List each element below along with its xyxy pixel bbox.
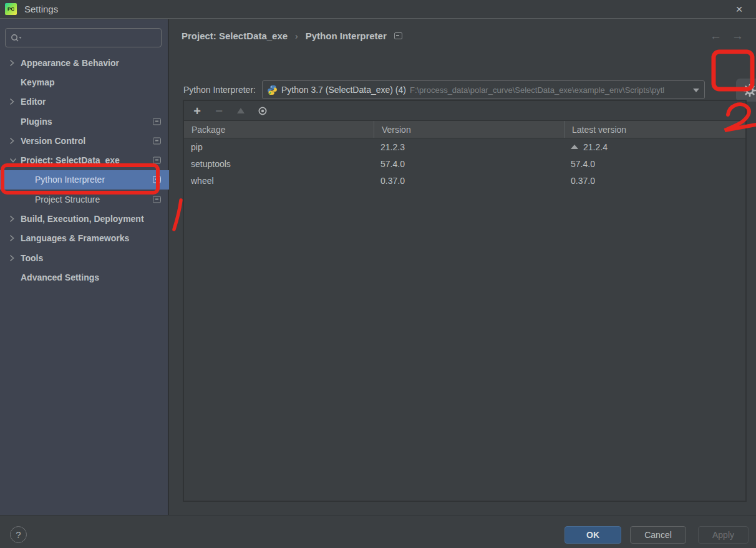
sidebar-item-python-interpreter[interactable]: Python Interpreter <box>0 170 169 190</box>
settings-tree: Appearance & Behavior Keymap Editor Plug… <box>0 53 169 287</box>
sidebar-item-version-control[interactable]: Version Control <box>0 131 169 150</box>
uninstall-package-button[interactable]: − <box>212 104 226 118</box>
search-icon <box>11 34 22 42</box>
breadcrumb: Project: SelectData_exe › Python Interpr… <box>182 31 402 41</box>
close-icon[interactable]: × <box>731 2 747 17</box>
settings-page-icon <box>153 157 161 164</box>
history-nav: ← → <box>710 29 744 43</box>
eye-icon <box>257 107 268 115</box>
python-logo-icon <box>267 85 278 95</box>
show-early-releases-button[interactable] <box>256 104 269 118</box>
interpreter-row: Python Interpreter: Python 3.7 (SelectDa… <box>183 80 705 99</box>
upgrade-package-button[interactable] <box>234 104 248 118</box>
settings-dialog: PC Settings × Appearance & Behavior Keym… <box>0 0 756 548</box>
combo-dropdown-icon[interactable] <box>693 89 699 92</box>
settings-content: Project: SelectData_exe › Python Interpr… <box>170 19 756 515</box>
sidebar-item-advanced-settings[interactable]: Advanced Settings <box>0 267 169 287</box>
title-bar: PC Settings × <box>0 0 756 19</box>
apply-button[interactable]: Apply <box>698 526 749 544</box>
interpreter-path: F:\process_data\polar_curve\SelectData_e… <box>410 85 664 95</box>
help-button[interactable]: ? <box>10 526 27 543</box>
breadcrumb-separator: › <box>295 31 298 41</box>
chevron-right-icon <box>9 98 14 105</box>
chevron-right-icon <box>9 234 14 242</box>
search-input[interactable] <box>22 33 147 42</box>
dialog-footer: ? OK Cancel Apply <box>0 516 756 548</box>
sidebar-item-keymap[interactable]: Keymap <box>0 72 169 92</box>
settings-search-box[interactable] <box>5 28 162 47</box>
interpreter-label: Python Interpreter: <box>183 85 256 95</box>
upgrade-icon <box>236 107 245 114</box>
sidebar-item-languages-frameworks[interactable]: Languages & Frameworks <box>0 229 169 248</box>
sidebar-item-plugins[interactable]: Plugins <box>0 112 169 131</box>
settings-sidebar: Appearance & Behavior Keymap Editor Plug… <box>0 19 169 515</box>
forward-arrow-icon[interactable]: → <box>732 29 744 43</box>
chevron-down-icon <box>9 158 17 163</box>
interpreter-gear-button[interactable] <box>736 79 756 102</box>
chevron-right-icon <box>9 215 14 223</box>
settings-page-icon <box>153 118 161 125</box>
breadcrumb-project[interactable]: Project: SelectData_exe <box>182 31 288 41</box>
packages-toolbar: + − <box>184 101 745 120</box>
table-row-pip[interactable]: pip 21.2.3 21.2.4 <box>184 138 745 155</box>
column-header-package[interactable]: Package <box>184 121 374 138</box>
interpreter-value: Python 3.7 (SelectData_exe) (4) <box>281 85 406 95</box>
packages-panel: + − Package Version Latest version <box>183 100 747 502</box>
window-title: Settings <box>24 4 58 14</box>
upgrade-available-icon <box>571 145 578 149</box>
interpreter-combobox[interactable]: Python 3.7 (SelectData_exe) (4) F:\proce… <box>262 80 705 99</box>
table-row-setuptools[interactable]: setuptools 57.4.0 57.4.0 <box>184 155 745 172</box>
settings-page-icon <box>153 137 161 144</box>
table-row-wheel[interactable]: wheel 0.37.0 0.37.0 <box>184 172 745 189</box>
breadcrumb-page: Python Interpreter <box>306 31 387 41</box>
sidebar-item-project-selectdata-exe[interactable]: Project: SelectData_exe <box>0 150 169 170</box>
sidebar-item-appearance-behavior[interactable]: Appearance & Behavior <box>0 53 169 72</box>
install-package-button[interactable]: + <box>190 104 204 118</box>
ok-button[interactable]: OK <box>565 526 621 544</box>
cancel-button[interactable]: Cancel <box>630 526 686 544</box>
column-header-version[interactable]: Version <box>374 121 564 138</box>
column-header-latest-version[interactable]: Latest version <box>564 121 745 138</box>
sidebar-item-build-execution-deployment[interactable]: Build, Execution, Deployment <box>0 209 169 228</box>
sidebar-item-editor[interactable]: Editor <box>0 92 169 112</box>
settings-page-icon <box>153 196 161 203</box>
back-arrow-icon[interactable]: ← <box>710 29 722 43</box>
gear-icon <box>743 84 756 97</box>
settings-page-icon <box>153 176 161 183</box>
sidebar-item-project-structure[interactable]: Project Structure <box>0 190 169 209</box>
sidebar-item-tools[interactable]: Tools <box>0 248 169 267</box>
chevron-right-icon <box>9 254 14 262</box>
packages-table-header: Package Version Latest version <box>184 120 745 138</box>
chevron-right-icon <box>9 59 14 67</box>
pycharm-logo-icon: PC <box>5 3 17 15</box>
chevron-right-icon <box>9 137 14 145</box>
settings-page-icon <box>394 32 402 39</box>
